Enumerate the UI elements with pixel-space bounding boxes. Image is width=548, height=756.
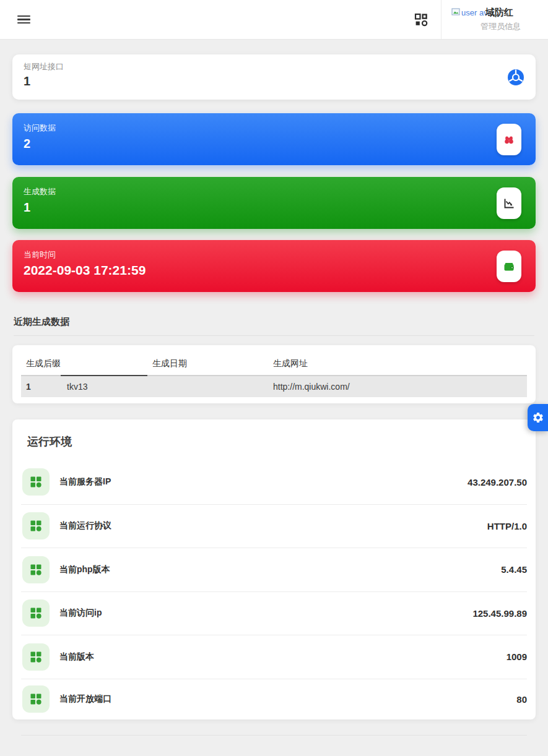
table-header-row: 生成后缀 生成日期 生成网址 [21,353,527,376]
stat-card-current-time: 当前时间 2022-09-03 17:21:59 [12,240,536,292]
stat-label: 短网址接口 [24,62,524,71]
recent-section-title: 近期生成数据 [14,315,534,329]
stat-card-short-url-api: 短网址接口 1 [12,54,536,100]
list-item: 当前版本 1009 [21,635,527,679]
user-name: 域防红 [485,7,513,19]
stat-card-visit-data: 访问数据 2 [12,113,536,165]
stat-value: 2022-09-03 17:21:59 [24,262,524,278]
item-label: 当前服务器IP [59,476,111,488]
top-header: user avatar 域防红 管理员信息 [0,0,548,40]
grid-icon [22,512,50,539]
stat-label: 访问数据 [24,123,524,132]
column-header-url: 生成网址 [268,358,527,369]
item-value: 1009 [507,651,527,662]
recent-table-card: 生成后缀 生成日期 生成网址 1 tkv13 http://m.qiukwi.c… [12,345,536,403]
stat-card-generated-data: 生成数据 1 [12,177,536,229]
item-label: 当前版本 [59,651,94,663]
cell-index: 1 [21,382,62,392]
stat-value: 1 [24,199,524,215]
grid-icon [22,685,50,713]
chrome-icon [507,69,524,86]
grid-icon [22,556,50,583]
wallet-icon [497,251,521,282]
binoculars-icon [497,124,521,155]
stat-value: 1 [24,74,524,88]
item-value: 43.249.207.50 [468,477,527,488]
hamburger-menu-icon[interactable] [17,14,30,26]
grid-icon [22,599,50,627]
item-label: 当前php版本 [59,564,110,575]
item-value: 80 [516,694,527,705]
column-header-suffix: 生成后缀 [21,358,147,369]
item-label: 当前运行协议 [59,520,111,531]
cell-suffix: tkv13 [62,382,147,392]
settings-gear-button[interactable] [528,404,548,431]
user-role: 管理员信息 [451,21,521,32]
list-item: 当前服务器IP 43.249.207.50 [21,460,527,504]
environment-title: 运行环境 [21,434,527,449]
list-item: 当前运行协议 HTTP/1.0 [21,504,527,548]
stat-label: 当前时间 [24,250,524,259]
footer-divider [21,735,527,736]
item-label: 当前访问ip [59,608,102,619]
main-content: 短网址接口 1 访问数据 2 生成数据 1 [0,40,548,736]
item-value: 125.45.99.89 [472,608,527,619]
grid-icon [22,643,50,671]
stat-value: 2 [24,135,524,152]
apps-grid-icon[interactable] [414,13,428,27]
item-value: 5.4.45 [501,564,527,575]
sorted-column-underline [61,375,147,376]
environment-list: 当前服务器IP 43.249.207.50 当前运行协议 HTTP/1.0 [21,460,527,719]
column-header-date: 生成日期 [147,358,268,369]
section-divider [14,335,534,336]
stat-label: 生成数据 [24,187,524,196]
cell-url: http://m.qiukwi.com/ [268,382,527,392]
list-item: 当前访问ip 125.45.99.89 [21,591,527,635]
environment-card: 运行环境 当前服务器IP 43.249.207.50 [12,419,536,719]
item-label: 当前开放端口 [59,694,111,705]
broken-avatar-image-icon [451,7,460,19]
graph-down-icon [497,187,521,219]
table-row: 1 tkv13 http://m.qiukwi.com/ [21,376,527,397]
gear-icon [532,411,544,424]
list-item: 当前开放端口 80 [21,679,527,719]
list-item: 当前php版本 5.4.45 [21,548,527,591]
grid-icon [22,468,50,496]
user-account-area[interactable]: user avatar 域防红 管理员信息 [441,0,548,40]
item-value: HTTP/1.0 [487,521,527,531]
